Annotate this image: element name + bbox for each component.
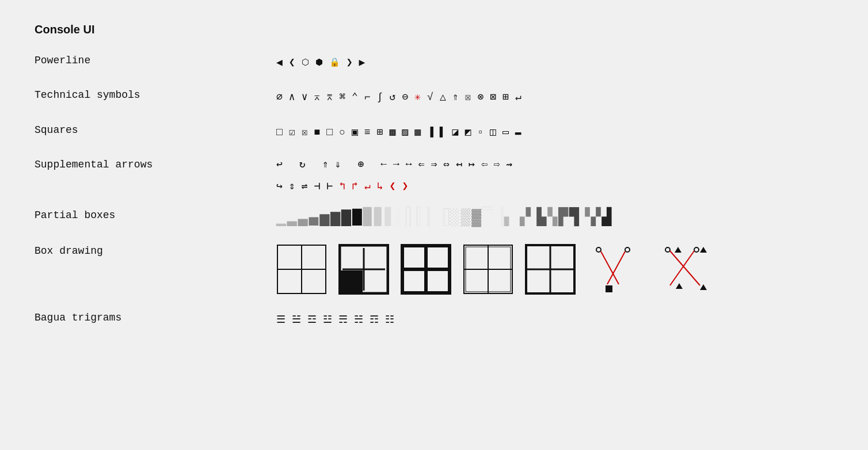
sym-sq-5: □ [326,123,334,142]
sym-sq-7: ▣ [352,123,360,142]
section-supplemental-arrows: Supplemental arrows ↩ ↻ ⇑ ⇓ ⊕ ← → ↔ ⇐ ⇒ … [35,158,833,192]
sym-pb-24: ▘ [526,208,536,228]
sym-tech-14: △ [440,88,448,106]
sym-tech-12: ✳ [414,88,422,106]
section-box-drawing: Box drawing [35,244,833,295]
sym-sq-8: ≡ [364,123,372,142]
sym-bagua-3: ☲ [307,311,318,329]
sym-bagua-5: ☴ [338,311,349,329]
sym-powerline-7: ▶ [359,54,367,72]
sym-pb-10: ▊ [374,208,385,228]
sym-pb-18: ▒ [460,208,471,228]
sym-tech-1: ∅ [276,88,284,106]
sym-arr-17: ↦ [469,158,477,170]
sym-arr-15: ⇔ [443,158,451,170]
sym-sq-1: □ [276,123,284,142]
sym-sq-20: ▬ [515,123,523,142]
sym-pb-2: ▂ [287,208,298,228]
svg-point-17 [596,247,601,252]
sym-tech-9: ∫ [377,88,385,106]
section-symbols-technical: ∅ ∧ ∨ ⌅ ⌆ ⌘ ⌃ ⌐ ∫ ↺ ⊖ ✳ √ △ ⇑ ☒ ⊗ ⊠ ⊞ ↵ [276,88,528,106]
sym-tech-2: ∧ [289,88,297,106]
sym-sq-13: ▐ [427,123,435,142]
sym-arr-1: ↩ [276,158,284,170]
sym-tech-11: ⊖ [402,88,410,106]
sym-pb-16: ▐ [439,208,450,228]
section-symbols-partial-boxes: ▁ ▂ ▃ ▄ ▅ ▆ ▇ █ ▉ ▊ ▋ ▌ ▍ ▎ ▏ ▐ ░ ▒ ▓ ▔ … [276,208,612,228]
sym-pb-3: ▃ [298,208,309,228]
section-squares: Squares □ ☑ ☒ ■ □ ○ ▣ ≡ ⊞ ▩ ▨ ▦ ▐ ▌ ◪ ◩ … [35,123,833,142]
sym-bagua-6: ☵ [354,311,365,329]
sym-tech-17: ⊗ [477,88,485,106]
arrow-row-2: ↪ ⇕ ⇌ ⊣ ⊢ ↰ ↱ ↵ ↳ ❮ ❯ [276,180,519,192]
section-label-technical: Technical symbols [35,88,276,101]
section-label-bagua: Bagua trigrams [35,311,276,323]
sym-arr-12: ↔ [406,158,414,170]
sym-arr2-11: ❯ [402,180,410,192]
svg-point-18 [625,247,630,252]
sym-pb-12: ▌ [395,208,406,228]
section-symbols-bagua: ☰ ☱ ☲ ☳ ☴ ☵ ☶ ☷ [276,311,401,329]
box-drawing-4 [463,244,513,295]
sym-pb-22: ▖ [504,208,515,228]
section-label-partial-boxes: Partial boxes [35,208,276,221]
svg-marker-28 [676,283,683,289]
sym-pb-14: ▎ [417,208,428,228]
svg-marker-25 [700,284,707,290]
sym-bagua-4: ☳ [323,311,334,329]
sym-pb-9: ▉ [363,208,374,228]
section-technical-symbols: Technical symbols ∅ ∧ ∨ ⌅ ⌆ ⌘ ⌃ ⌐ ∫ ↺ ⊖ … [35,88,833,106]
page-title: Console UI [35,23,833,36]
sym-tech-19: ⊞ [502,88,511,106]
sym-sq-17: ▫ [477,123,485,142]
sym-tech-18: ⊠ [490,88,498,106]
sym-pb-8: █ [352,208,363,228]
sym-arr2-6: ↰ [339,180,347,192]
sym-tech-16: ☒ [465,88,473,106]
sym-tech-6: ⌘ [339,88,347,106]
arrow-row-1: ↩ ↻ ⇑ ⇓ ⊕ ← → ↔ ⇐ ⇒ ⇔ ↤ ↦ ⇦ ⇨ ⇝ [276,158,519,170]
box-drawing-scatter-2 [656,244,714,295]
sym-arr2-4: ⊣ [314,180,322,192]
sym-arr-16: ↤ [456,158,464,170]
sym-arr-3: ↻ [299,158,307,170]
sym-pb-6: ▆ [330,208,341,228]
sym-pb-27: ▛ [558,208,569,228]
sym-pb-15: ▏ [428,208,439,228]
sym-arr-14: ⇒ [431,158,439,170]
sym-powerline-6: ❯ [347,54,355,72]
sym-powerline-5: 🔒 [329,55,342,71]
section-symbols-powerline: ◀ ❮ ⬡ ⬢ 🔒 ❯ ▶ [276,54,371,72]
section-partial-boxes: Partial boxes ▁ ▂ ▃ ▄ ▅ ▆ ▇ █ ▉ ▊ ▋ ▌ ▍ … [35,208,833,228]
sym-sq-15: ◪ [452,123,460,142]
sym-arr2-10: ❮ [390,180,398,192]
sym-pb-23: ▗ [515,208,526,228]
sym-sq-18: ◫ [490,123,498,142]
sym-pb-21: ▕ [493,208,504,228]
sym-arr2-2: ⇕ [289,180,297,192]
sym-arr2-9: ↳ [377,180,385,192]
sym-arr2-1: ↪ [276,180,284,192]
sym-sq-3: ☒ [302,123,310,142]
sym-pb-7: ▇ [341,208,352,228]
sym-bagua-1: ☰ [276,311,287,329]
box-drawing-2 [338,244,389,295]
sym-sq-9: ⊞ [377,123,385,142]
sym-sq-14: ▌ [440,123,448,142]
sym-powerline-2: ❮ [289,54,297,72]
sym-pb-25: ▙ [536,208,547,228]
sym-sq-2: ☑ [289,123,297,142]
sym-tech-20: ↵ [515,88,523,106]
section-label-powerline: Powerline [35,54,276,66]
sym-pb-17: ░ [450,208,461,228]
svg-point-22 [665,247,670,252]
sym-pb-30: ▞ [591,208,602,228]
svg-marker-29 [700,247,707,253]
sym-powerline-1: ◀ [276,54,284,72]
sym-sq-6: ○ [339,123,347,142]
section-bagua-trigrams: Bagua trigrams ☰ ☱ ☲ ☳ ☴ ☵ ☶ ☷ [35,311,833,329]
sym-arr2-5: ⊢ [326,180,334,192]
sym-powerline-3: ⬡ [302,55,311,71]
sym-tech-10: ↺ [390,88,398,106]
sym-tech-13: √ [427,88,435,106]
